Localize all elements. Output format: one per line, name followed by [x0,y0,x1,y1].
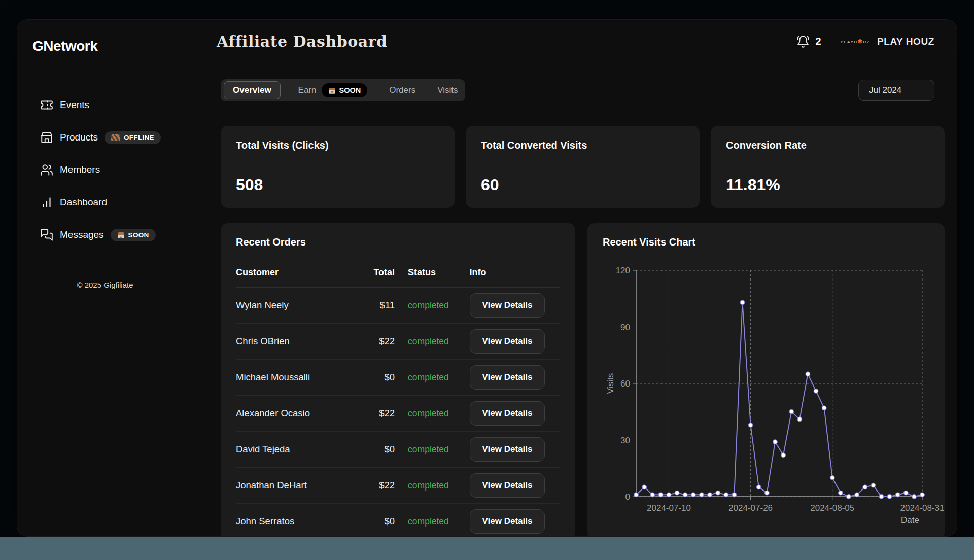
notifications-button[interactable]: 2 [796,35,821,48]
sidebar-nav: EventsProductsOFFLINEMembersDashboardMes… [17,92,193,248]
sidebar-item-label: Events [60,99,89,111]
sidebar-item-dashboard[interactable]: Dashboard [40,189,193,216]
svg-text:17: 17 [119,235,123,238]
order-total: $0 [359,372,395,383]
products-badge: OFFLINE [105,131,161,144]
view-details-button[interactable]: View Details [470,437,545,462]
order-customer: Alexander Ocasio [236,408,359,419]
sidebar-item-events[interactable]: Events [40,92,193,118]
view-details-button[interactable]: View Details [470,329,545,354]
user-menu-trigger[interactable]: PLAYH✱UZ PLAY HOUZ [841,36,934,47]
main-content: OverviewEarn17SOONOrdersVisits Jul 2024 … [193,63,957,536]
notification-count: 2 [816,36,821,47]
orders-table-header: Customer Total Status Info [236,267,560,288]
sidebar-item-label: Dashboard [60,197,107,208]
recent-orders-title: Recent Orders [236,236,560,248]
view-details-button[interactable]: View Details [470,401,545,426]
bar-chart-icon [40,196,53,209]
order-status: completed [395,372,456,383]
svg-text:0: 0 [625,492,630,502]
svg-text:90: 90 [620,323,630,332]
order-total: $11 [359,300,395,311]
sidebar-item-messages[interactable]: Messages17SOON [40,222,193,248]
desktop-bottom-bar [0,537,974,560]
brand-logo: GNetwork [17,38,193,54]
view-details-button[interactable]: View Details [470,473,545,498]
sidebar-item-members[interactable]: Members [40,157,193,183]
recent-orders-card: Recent Orders Customer Total Status Info… [221,223,575,536]
order-total: $22 [359,480,395,491]
order-customer: Chris OBrien [236,336,359,347]
sidebar-item-products[interactable]: ProductsOFFLINE [40,124,193,151]
svg-text:120: 120 [616,266,630,275]
order-status: completed [395,516,456,527]
svg-text:Visits: Visits [606,373,615,394]
stat-value: 508 [236,176,439,194]
order-row: Michael Moussalli$0completedView Details [236,360,560,396]
order-total: $22 [359,336,395,347]
page-title: Affiliate Dashboard [217,32,387,50]
svg-text:60: 60 [620,379,630,389]
view-details-button[interactable]: View Details [470,365,545,390]
bell-icon [796,35,810,48]
users-icon [40,163,53,177]
svg-text:30: 30 [620,436,630,445]
column-header-total: Total [359,267,395,278]
stat-value: 11.81% [726,176,929,194]
svg-text:2024-07-10: 2024-07-10 [647,503,691,513]
messages-badge: 17SOON [111,229,156,241]
stat-card-0: Total Visits (Clicks)508 [221,126,455,208]
order-total: $0 [359,444,395,455]
order-customer: Jonathan DeHart [236,480,359,491]
tab-orders[interactable]: Orders [385,85,420,95]
chart-title: Recent Visits Chart [603,236,929,248]
order-row: Chris OBrien$22completedView Details [236,324,560,360]
recent-visits-chart-card: Recent Visits Chart 03060901202024-07-10… [587,223,945,536]
order-row: Jonathan DeHart$22completedView Details [236,468,560,504]
sidebar-item-label: Products [60,132,98,143]
user-name: PLAY HOUZ [877,36,934,47]
order-status: completed [395,336,456,347]
column-header-customer: Customer [236,267,359,278]
order-total: $0 [359,516,395,527]
view-details-button[interactable]: View Details [470,293,545,318]
playhouz-mini-logo-icon: PLAYH✱UZ [841,38,870,45]
order-customer: David Tejeda [236,444,359,455]
visits-chart-svg: 03060901202024-07-102024-07-262024-08-05… [603,261,929,525]
view-details-button[interactable]: View Details [470,509,545,534]
sidebar: GNetwork EventsProductsOFFLINEMembersDas… [17,20,193,536]
svg-text:17: 17 [330,90,333,93]
tab-visits[interactable]: Visits [433,85,462,95]
stat-value: 60 [481,176,684,194]
svg-text:Date: Date [901,515,919,525]
svg-text:2024-08-05: 2024-08-05 [810,503,854,513]
app-window: GNetwork EventsProductsOFFLINEMembersDas… [17,19,957,537]
order-row: Wylan Neely$11completedView Details [236,288,560,324]
order-row: John Serratos$0completedView Details [236,504,560,536]
stat-label: Conversion Rate [726,139,929,151]
earn-soon-badge: 17SOON [322,83,368,97]
order-status: completed [395,444,456,455]
order-status: completed [395,408,456,419]
order-status: completed [395,480,456,491]
svg-text:2024-08-31: 2024-08-31 [900,503,945,513]
order-customer: Michael Moussalli [236,372,359,383]
order-customer: John Serratos [236,516,359,527]
copyright-text: © 2025 Gigfiliate [17,281,193,289]
order-row: David Tejeda$0completedView Details [236,432,560,468]
svg-text:2024-07-26: 2024-07-26 [728,503,773,513]
sidebar-item-label: Members [60,164,100,176]
date-range-select[interactable]: Jul 2024 [858,80,934,101]
order-customer: Wylan Neely [236,300,359,311]
tab-earn[interactable]: Earn17SOON [294,83,372,97]
stat-label: Total Visits (Clicks) [236,139,439,151]
stat-card-1: Total Converted Visits60 [466,126,700,208]
tab-overview[interactable]: Overview [224,81,281,99]
column-header-status: Status [395,267,456,278]
stat-label: Total Converted Visits [481,139,684,151]
top-bar: Affiliate Dashboard 2 PLAYH✱UZ PLAY HOUZ [193,20,957,63]
tab-bar: OverviewEarn17SOONOrdersVisits [221,79,465,101]
order-row: Alexander Ocasio$22completedView Details [236,396,560,432]
column-header-info: Info [457,267,561,278]
ticket-icon [40,98,53,112]
